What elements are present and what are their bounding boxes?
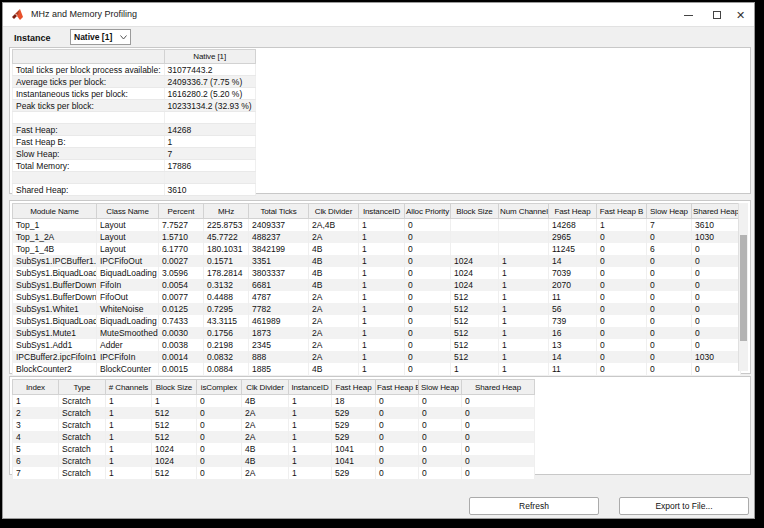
cell[interactable]: 0.0030 [159,327,204,339]
table-row[interactable]: SubSys1.Add1Adder0.00380.219823452A10512… [13,339,741,351]
cell[interactable]: 0.0884 [204,363,249,375]
cell[interactable]: SubSys1.BiquadLoading1 [13,267,97,279]
cell[interactable]: 0 [197,431,242,443]
cell[interactable]: 2A [309,303,359,315]
cell[interactable]: 10233134.2 (32.93 %) [164,100,255,112]
cell[interactable]: SubSys1.IPCBuffer1.ipcFif... [13,255,97,267]
cell[interactable]: 529 [332,467,376,479]
cell[interactable]: 7.7527 [159,219,204,231]
cell[interactable]: 56 [549,303,597,315]
cell[interactable]: 2A [309,351,359,363]
cell[interactable]: 1 [359,291,405,303]
cell[interactable]: 0.1571 [204,255,249,267]
cell[interactable]: Scratch [59,407,106,419]
cell[interactable]: 0.4488 [204,291,249,303]
cell[interactable]: 18 [332,395,376,407]
cell[interactable]: 0 [197,419,242,431]
cell[interactable]: Fast Heap B: [13,136,165,148]
cell[interactable]: FifoIn [97,279,159,291]
cell[interactable]: FifoOut [97,291,159,303]
cell[interactable] [499,243,549,255]
table-row[interactable]: SubSys1.BufferDownV2_1...FifoIn0.00540.3… [13,279,741,291]
table-row[interactable]: 7Scratch151202A1529000 [13,467,535,479]
cell[interactable]: 0 [405,267,451,279]
cell[interactable]: 6 [647,243,692,255]
cell[interactable]: 45.7722 [204,231,249,243]
cell[interactable]: 0 [692,291,741,303]
table-row[interactable]: Shared Heap:3610 [13,184,256,196]
cell[interactable]: 1 [499,279,549,291]
cell[interactable]: 1 [359,339,405,351]
cell[interactable]: 0 [197,455,242,467]
cell[interactable]: 512 [451,303,499,315]
cell[interactable]: 0 [692,327,741,339]
cell[interactable]: 1 [359,231,405,243]
cell[interactable]: 1024 [152,443,197,455]
cell[interactable]: 0 [597,243,647,255]
cell[interactable]: 2 [13,407,59,419]
cell[interactable]: Scratch [59,431,106,443]
cell[interactable]: 0 [419,455,462,467]
cell[interactable]: 3610 [692,219,741,231]
cell[interactable]: 180.1031 [204,243,249,255]
cell[interactable]: 2345 [249,339,309,351]
cell[interactable]: 0.3132 [204,279,249,291]
table-row[interactable]: Fast Heap:14268 [13,124,256,136]
cell[interactable]: 0.0014 [159,351,204,363]
cell[interactable]: 1 [359,303,405,315]
cell[interactable]: 461989 [249,315,309,327]
cell[interactable]: BlockCounter2 [13,363,97,375]
cell[interactable]: 0 [692,303,741,315]
cell[interactable]: 1.5710 [159,231,204,243]
cell[interactable]: 1 [499,315,549,327]
table-row[interactable]: Slow Heap:7 [13,148,256,160]
cell[interactable]: 0.0125 [159,303,204,315]
cell[interactable]: 1030 [692,231,741,243]
cell[interactable]: 0 [692,267,741,279]
cell[interactable]: 0.0832 [204,351,249,363]
cell[interactable]: 0 [462,443,535,455]
cell[interactable]: 11 [549,291,597,303]
cell[interactable]: Adder [97,339,159,351]
cell[interactable]: 1024 [451,279,499,291]
cell[interactable]: 0 [692,279,741,291]
cell[interactable]: Layout [97,231,159,243]
cell[interactable]: 0.0038 [159,339,204,351]
cell[interactable]: 0 [419,395,462,407]
cell[interactable]: 512 [451,327,499,339]
cell[interactable]: Scratch [59,395,106,407]
cell[interactable]: 1 [164,136,255,148]
cell[interactable]: 0 [597,279,647,291]
table-row[interactable]: 4Scratch151202A1529000 [13,431,535,443]
cell[interactable]: 1 [106,407,152,419]
cell[interactable]: Scratch [59,443,106,455]
table-row[interactable]: SubSys1.White1WhiteNoise0.01250.72957782… [13,303,741,315]
cell[interactable]: 7 [13,467,59,479]
cell[interactable]: Scratch [59,419,106,431]
instance-dropdown[interactable]: Native [1] [70,29,131,45]
cell[interactable]: 1616280.2 (5.20 %) [164,88,255,100]
cell[interactable]: 2A [309,339,359,351]
cell[interactable]: 14 [549,255,597,267]
cell[interactable]: 1 [13,395,59,407]
cell[interactable]: 14 [549,351,597,363]
cell[interactable]: 0 [419,467,462,479]
cell[interactable]: 1 [359,327,405,339]
vertical-scrollbar[interactable] [738,203,748,371]
table-row[interactable]: Average ticks per block:2409336.7 (7.75 … [13,76,256,88]
cell[interactable]: 4B [242,455,289,467]
cell[interactable]: Average ticks per block: [13,76,165,88]
cell[interactable]: 0 [197,395,242,407]
table-row[interactable]: Top_1_4BLayout6.1770180.103138421994B101… [13,243,741,255]
cell[interactable]: 2409336.7 (7.75 %) [164,76,255,88]
cell[interactable]: 1 [106,395,152,407]
cell[interactable]: 1 [499,303,549,315]
cell[interactable]: 0 [647,279,692,291]
cell[interactable] [451,243,499,255]
table-row[interactable]: 5Scratch1102404B11041000 [13,443,535,455]
cell[interactable]: 1030 [692,351,741,363]
cell[interactable]: 0 [376,407,419,419]
cell[interactable]: 1 [106,419,152,431]
cell[interactable]: BiquadLoading [97,315,159,327]
cell[interactable] [499,231,549,243]
